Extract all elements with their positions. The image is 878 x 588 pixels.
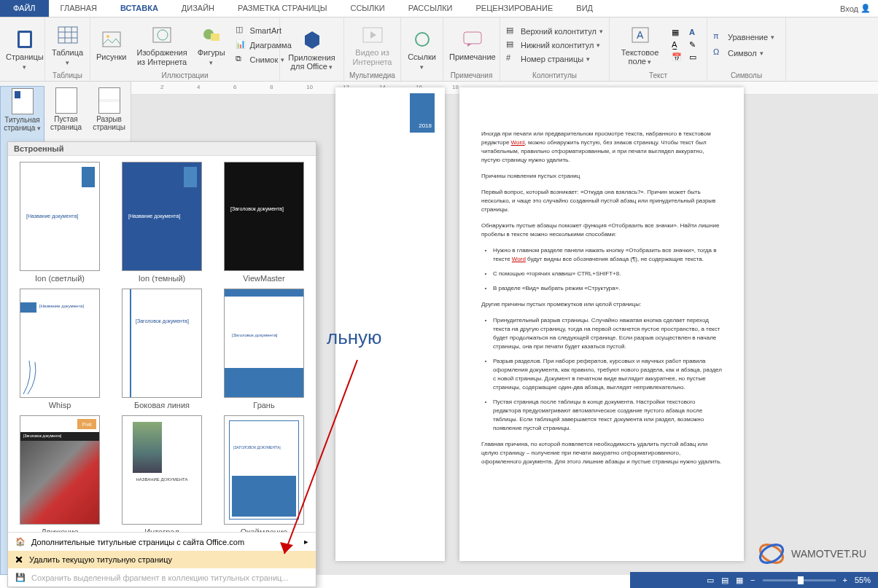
file-tab[interactable]: ФАЙЛ [0,0,49,17]
gallery-item-ion-dark[interactable]: [Название документа]Ion (темный) [116,162,208,283]
tab-view[interactable]: ВИД [564,0,605,17]
symbol-button[interactable]: ΩСимвол [710,47,777,60]
save-icon: 💾 [15,573,26,582]
cover-year: 2018 [419,122,432,129]
gallery-item-integral[interactable]: НАЗВАНИЕ ДОКУМЕНТАИнтеграл [116,415,208,532]
delete-icon: 🗙 [15,555,23,564]
zoom-in[interactable]: + [843,576,847,584]
page-break-icon [98,87,120,114]
table-icon [56,23,79,47]
table-button[interactable]: Таблица [48,22,87,68]
gallery-footer: 🏠Дополнительные титульные страницы с сай… [8,532,316,587]
tab-insert[interactable]: ВСТАВКА [109,0,170,17]
video-button[interactable]: Видео из Интернета [347,22,397,67]
wordart-icon[interactable]: A [689,28,704,37]
gallery-item-ion-light[interactable]: [Название документа]Ion (светлый) [14,162,106,283]
svg-rect-12 [211,34,219,41]
zoom-value[interactable]: 55% [855,576,871,584]
pages-button[interactable]: Страницы [3,26,47,73]
dropcap-icon[interactable]: A̲ [672,40,686,50]
gallery-grid: [Название документа]Ion (светлый) [Назва… [8,156,316,532]
more-covers-online[interactable]: 🏠Дополнительные титульные страницы с сай… [8,533,316,551]
doc-text: Главная причина, по которой появляется н… [481,440,722,466]
doc-list: Принудительный разрыв страницы. Случайно… [493,316,722,433]
apps-button[interactable]: Приложения для Office [283,27,341,73]
doc-text: Другие причины пустых промежутков или це… [481,300,722,309]
group-symbols-label: Символы [710,71,782,80]
delete-current-cover[interactable]: 🗙Удалить текущую титульную страницу [8,551,316,568]
gallery-header: Встроенный [8,142,316,156]
tab-layout[interactable]: РАЗМЕТКА СТРАНИЦЫ [226,0,338,17]
textbox-button[interactable]: AТекстовое поле [613,22,667,68]
status-bar: ▭ ▤ ▦ − + 55% [630,572,878,588]
partial-title-text: льную [327,326,382,349]
svg-rect-2 [58,27,77,43]
picture-icon [100,28,123,51]
doc-text: Обнаружить пустые абзацы поможет функция… [481,222,722,239]
doc-text: Первый вопрос, который возникает: «Откуд… [481,188,722,214]
document-page-2[interactable]: Иногда при печати или предварительном пр… [459,87,744,561]
tab-mailings[interactable]: РАССЫЛКИ [397,0,465,17]
textbox-icon: A [629,23,652,47]
gallery-item-viewmaster[interactable]: [Заголовок документа]ViewMaster [218,162,310,283]
office-icon: 🏠 [15,537,26,546]
pictures-button[interactable]: Рисунки [93,26,130,63]
ribbon: Страницы Таблица Таблицы Рисунки Изображ… [0,17,878,82]
group-media-label: Мультимедиа [347,71,397,80]
apps-icon [300,28,324,52]
tab-design[interactable]: ДИЗАЙН [170,0,226,17]
view-print-icon[interactable]: ▤ [721,576,729,585]
group-tables-label: Таблицы [48,71,87,80]
links-button[interactable]: Ссылки [404,26,440,73]
svg-point-16 [416,33,429,46]
comment-button[interactable]: Примечание [446,26,499,63]
footer-button[interactable]: ▤Нижний колонтитул [503,39,606,52]
svg-text:A: A [637,29,644,41]
smartart-icon: ◫ [236,25,247,36]
shapes-icon [200,23,223,47]
quickparts-icon[interactable]: ▦ [672,28,686,37]
online-pictures-button[interactable]: Изображения из Интернета [134,22,190,67]
equation-icon: π [713,31,725,43]
signature-icon[interactable]: ✎ [689,40,704,50]
pagenum-icon: # [506,53,518,65]
equation-button[interactable]: πУравнение [710,31,777,44]
zoom-out[interactable]: − [750,576,755,584]
svg-rect-1 [20,33,30,46]
footer-icon: ▤ [506,39,518,51]
group-illus-label: Иллюстрации [93,71,276,80]
svg-marker-18 [467,44,472,47]
menu-bar: ФАЙЛ ГЛАВНАЯ ВСТАВКА ДИЗАЙН РАЗМЕТКА СТР… [0,0,878,17]
svg-rect-7 [103,32,120,47]
doc-text: Иногда при печати или предварительном пр… [481,130,722,165]
tab-home[interactable]: ГЛАВНАЯ [49,0,109,17]
chart-icon: 📊 [236,39,247,51]
gallery-item-motion[interactable]: [Год][Заголовок документа]Движение [14,415,106,532]
svg-marker-22 [280,542,293,554]
gallery-item-sideline[interactable]: [Заголовок документа]Боковая линия [116,289,208,409]
zoom-slider[interactable] [763,579,836,581]
svg-marker-15 [370,31,376,39]
tab-review[interactable]: РЕЦЕНЗИРОВАНИЕ [465,0,565,17]
cover-page-icon [12,88,34,114]
group-headers-label: Колонтитулы [503,71,606,80]
video-icon [361,23,384,47]
link-icon [411,28,434,51]
group-comments-label: Примечания [446,71,497,80]
header-button[interactable]: ▤Верхний колонтитул [503,25,606,38]
view-web-icon[interactable]: ▦ [736,576,743,585]
shapes-button[interactable]: Фигуры [195,22,228,68]
gallery-item-whisp[interactable]: [Название документа]Whisp [14,289,106,409]
page-number-button[interactable]: #Номер страницы [503,52,606,66]
object-icon[interactable]: ▭ [689,52,704,62]
view-read-icon[interactable]: ▭ [707,576,714,585]
doc-list: Нужно в главном разделе панели нажать кн… [493,246,722,293]
date-icon[interactable]: 📅 [672,52,686,62]
svg-marker-13 [305,31,319,49]
svg-point-8 [106,35,109,38]
blank-page-icon [55,87,77,114]
annotation-arrow [277,357,365,568]
online-picture-icon [150,23,174,47]
login-link[interactable]: Вход👤 [833,0,878,17]
tab-references[interactable]: ССЫЛКИ [338,0,396,17]
